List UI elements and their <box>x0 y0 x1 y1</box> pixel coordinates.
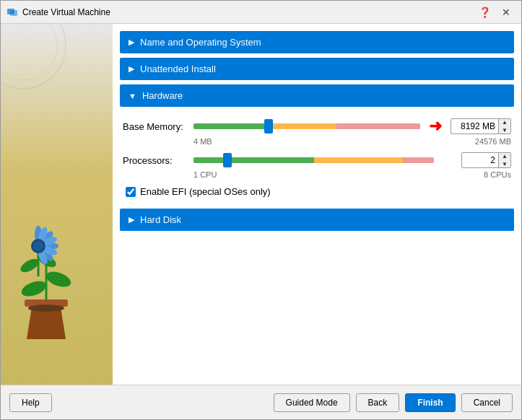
processors-decrement[interactable]: ▼ <box>499 160 510 168</box>
base-memory-max: 24576 MB <box>475 137 511 146</box>
svg-point-3 <box>1 24 57 80</box>
base-memory-spinner: ▲ ▼ <box>498 118 510 134</box>
processors-track <box>193 154 434 166</box>
processors-label-row: Processors: <box>123 152 511 169</box>
base-memory-value-box: ▲ ▼ <box>451 118 511 134</box>
base-memory-input[interactable] <box>451 119 498 134</box>
footer: Help Guided Mode Back Finish Cancel <box>1 385 521 419</box>
base-memory-decrement[interactable]: ▼ <box>499 126 510 134</box>
chevron-right-icon-2: ▶ <box>129 64 134 74</box>
memory-arrow-indicator: ➜ <box>429 117 442 136</box>
app-icon <box>6 6 18 18</box>
processors-minmax: 1 CPU 8 CPUs <box>193 170 511 179</box>
window-title: Create Virtual Machine <box>22 7 475 17</box>
processors-spinner: ▲ ▼ <box>498 152 510 168</box>
section-hardware[interactable]: ▼ Hardware <box>120 84 514 107</box>
help-button[interactable]: ❓ <box>475 4 494 20</box>
base-memory-track <box>193 121 420 132</box>
svg-point-22 <box>44 268 71 289</box>
base-memory-row: Base Memory: <box>123 117 511 146</box>
svg-point-21 <box>21 278 48 299</box>
create-vm-window: Create Virtual Machine ❓ ✕ <box>0 0 522 420</box>
memory-orange-zone <box>269 123 336 129</box>
content-area: ▶ Name and Operating System ▶ Unattended… <box>1 24 521 385</box>
processors-slider-container[interactable] <box>193 152 434 169</box>
section-hard-disk-label: Hard Disk <box>140 214 181 225</box>
processors-increment[interactable]: ▲ <box>499 152 510 160</box>
processors-label: Processors: <box>123 155 188 166</box>
cpu-orange-zone <box>314 157 403 163</box>
chevron-down-icon: ▼ <box>129 92 136 100</box>
base-memory-thumb[interactable] <box>264 119 273 134</box>
processors-value-box: ▲ ▼ <box>461 152 511 168</box>
cpu-green-zone <box>193 157 314 163</box>
cpu-red-zone <box>403 157 434 163</box>
sidebar <box>1 24 113 385</box>
memory-green-zone <box>193 123 269 129</box>
base-memory-label: Base Memory: <box>123 121 188 132</box>
section-hard-disk[interactable]: ▶ Hard Disk <box>120 209 514 231</box>
back-button[interactable]: Back <box>356 393 400 412</box>
svg-point-19 <box>28 305 64 312</box>
efi-checkbox-row: Enable EFI (special OSes only) <box>123 185 511 198</box>
base-memory-min: 4 MB <box>193 137 212 146</box>
svg-rect-1 <box>10 10 17 16</box>
window-controls: ❓ ✕ <box>475 4 516 20</box>
sidebar-watermark <box>1 24 113 110</box>
help-button[interactable]: Help <box>9 393 52 412</box>
base-memory-slider-container[interactable] <box>193 118 420 135</box>
flower-decoration <box>17 226 60 269</box>
leaves-decoration <box>21 263 71 302</box>
efi-label: Enable EFI (special OSes only) <box>140 186 271 197</box>
title-bar: Create Virtual Machine ❓ ✕ <box>1 1 521 24</box>
svg-point-2 <box>1 24 66 89</box>
footer-right: Guided Mode Back Finish Cancel <box>274 393 513 412</box>
svg-point-16 <box>33 241 43 251</box>
chevron-right-icon: ▶ <box>129 38 134 47</box>
main-panel: ▶ Name and Operating System ▶ Unattended… <box>113 24 521 385</box>
processors-max: 8 CPUs <box>484 170 511 179</box>
processors-input[interactable] <box>462 153 498 167</box>
cancel-button[interactable]: Cancel <box>461 393 513 412</box>
section-unattended-label: Unattended Install <box>140 64 216 74</box>
processors-min: 1 CPU <box>193 170 217 179</box>
efi-checkbox[interactable] <box>126 187 136 197</box>
chevron-right-icon-3: ▶ <box>129 215 134 224</box>
guided-mode-button[interactable]: Guided Mode <box>274 393 350 412</box>
section-name-os-label: Name and Operating System <box>140 37 261 48</box>
processors-row: Processors: <box>123 152 511 179</box>
section-unattended[interactable]: ▶ Unattended Install <box>120 58 514 80</box>
finish-button[interactable]: Finish <box>405 393 455 412</box>
close-button[interactable]: ✕ <box>497 4 516 20</box>
section-hardware-label: Hardware <box>142 90 183 101</box>
processors-thumb[interactable] <box>223 153 232 167</box>
memory-red-zone <box>336 123 420 129</box>
section-name-os[interactable]: ▶ Name and Operating System <box>120 31 514 53</box>
hardware-content: Base Memory: <box>120 111 514 204</box>
base-memory-increment[interactable]: ▲ <box>499 118 510 126</box>
base-memory-label-row: Base Memory: <box>123 117 511 136</box>
footer-left: Help <box>9 393 274 412</box>
base-memory-track-bg <box>193 123 420 129</box>
plant-pot <box>21 299 71 341</box>
base-memory-minmax: 4 MB 24576 MB <box>193 137 511 146</box>
